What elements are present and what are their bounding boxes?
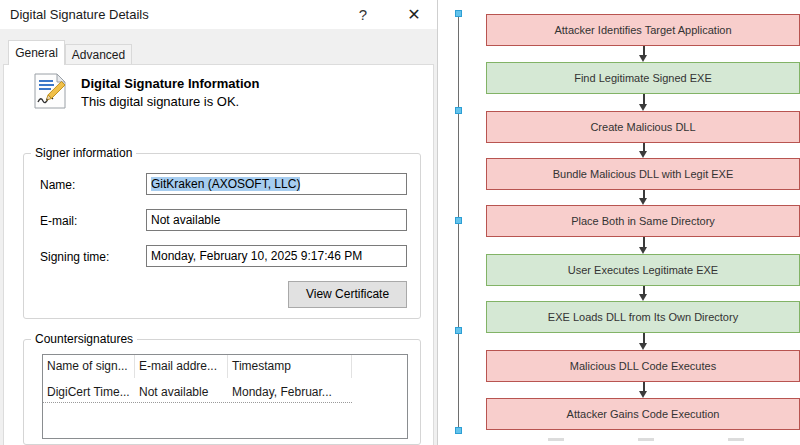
digital-signature-dialog: Digital Signature Details ? ✕ General Ad… [0,0,438,445]
email-field[interactable]: Not available [146,209,407,231]
table-row[interactable]: DigiCert Time... Not available Monday, F… [43,381,352,403]
flow-step-label: Bundle Malicious DLL with Legit EXE [553,168,734,180]
tab-general[interactable]: General [8,40,65,65]
arrow-down-icon [637,46,650,62]
cutoff-shape-mark [548,438,564,441]
signature-document-icon [31,73,69,109]
signing-time-value: Monday, February 10, 2025 9:17:46 PM [151,249,362,263]
col-header-email-address[interactable]: E-mail addre... [135,355,228,378]
row-email: Not available [135,381,228,403]
help-icon[interactable]: ? [350,4,376,26]
flow-step-identify-target[interactable]: Attacker Identifies Target Application [486,14,800,46]
arrow-down-icon [637,143,650,158]
row-timestamp: Monday, Februar... [228,381,352,403]
col-header-name-of-signer[interactable]: Name of sign... [43,355,135,378]
flow-step-create-dll[interactable]: Create Malicious DLL [486,111,800,143]
dialog-titlebar[interactable]: Digital Signature Details ? ✕ [0,0,437,29]
dialog-title: Digital Signature Details [10,7,149,22]
countersignatures-group: Countersignatures Name of sign... E-mail… [23,339,421,445]
flow-step-label: Malicious DLL Code Executes [570,360,716,372]
flow-step-dll-executes[interactable]: Malicious DLL Code Executes [486,350,800,382]
signer-information-group: Signer information Name: GitKraken (AXOS… [23,153,421,319]
signer-group-legend: Signer information [31,146,136,160]
flow-step-find-signed-exe[interactable]: Find Legitimate Signed EXE [486,62,800,94]
col-header-timestamp[interactable]: Timestamp [228,355,352,378]
arrow-down-icon [637,94,650,111]
arrow-down-icon [637,286,650,301]
flow-step-code-execution[interactable]: Attacker Gains Code Execution [486,398,800,430]
signature-status-text: This digital signature is OK. [81,94,239,109]
flow-step-label: Place Both in Same Directory [571,215,715,227]
flow-step-label: Find Legitimate Signed EXE [574,72,712,84]
name-label: Name: [40,178,75,192]
flow-step-label: EXE Loads DLL from Its Own Directory [548,311,738,323]
signing-time-field[interactable]: Monday, February 10, 2025 9:17:46 PM [146,245,407,267]
countersignatures-legend: Countersignatures [31,332,137,346]
close-icon[interactable]: ✕ [400,3,428,27]
line-waypoint-handle[interactable] [455,217,462,224]
arrow-down-icon [637,333,650,350]
flow-step-label: Attacker Identifies Target Application [554,24,731,36]
signature-info-heading: Digital Signature Information [81,76,259,91]
flow-step-bundle-dll[interactable]: Bundle Malicious DLL with Legit EXE [486,158,800,190]
arrow-down-icon [637,382,650,398]
flow-step-label: Attacker Gains Code Execution [567,408,720,420]
arrow-down-icon [637,237,650,254]
line-waypoint-handle[interactable] [455,107,462,114]
view-certificate-button[interactable]: View Certificate [288,281,407,308]
flow-step-user-executes[interactable]: User Executes Legitimate EXE [486,254,800,286]
name-field[interactable]: GitKraken (AXOSOFT, LLC) [146,173,407,195]
email-value: Not available [151,213,220,227]
table-header-row: Name of sign... E-mail addre... Timestam… [43,355,407,378]
name-value: GitKraken (AXOSOFT, LLC) [151,177,300,191]
line-endpoint-handle[interactable] [455,10,462,17]
cutoff-shape-mark [638,438,654,441]
countersignatures-table[interactable]: Name of sign... E-mail addre... Timestam… [42,354,408,439]
arrow-down-icon [637,190,650,205]
line-waypoint-handle[interactable] [455,327,462,334]
email-label: E-mail: [40,214,77,228]
flow-step-exe-loads-dll[interactable]: EXE Loads DLL from Its Own Directory [486,301,800,333]
row-signer-name: DigiCert Time... [43,381,135,403]
line-endpoint-handle[interactable] [455,427,462,434]
signing-time-label: Signing time: [40,250,109,264]
flow-step-label: Create Malicious DLL [590,121,695,133]
flow-step-place-directory[interactable]: Place Both in Same Directory [486,205,800,237]
cutoff-shape-mark [728,438,744,441]
general-tab-page: Digital Signature Information This digit… [3,64,434,445]
tab-advanced[interactable]: Advanced [65,44,132,65]
col-header-empty [352,355,407,378]
flow-step-label: User Executes Legitimate EXE [568,264,718,276]
